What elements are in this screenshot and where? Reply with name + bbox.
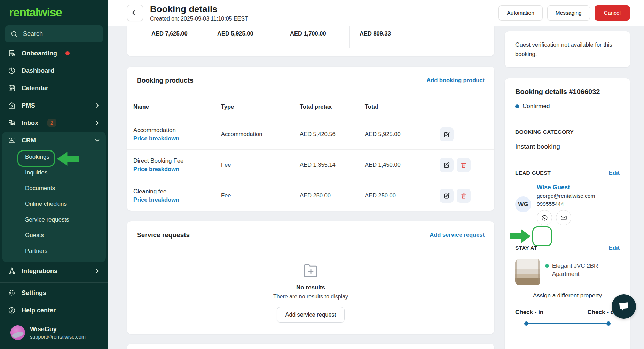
delete-product-button[interactable]: [457, 158, 471, 172]
sidebar: rentalwise Search Onboarding Dashboard: [0, 0, 108, 349]
sidebar-item-calendar[interactable]: Calendar: [0, 79, 108, 97]
status-badge: Confirmed: [523, 103, 550, 110]
column-header-name: Name: [133, 103, 221, 110]
product-name: Accommodation: [133, 127, 221, 134]
booking-products-card: Booking products Add booking product Nam…: [127, 67, 494, 211]
crm-bell-icon: [8, 136, 16, 145]
booking-category-label: BOOKING CATEGORY: [515, 129, 620, 135]
sidebar-item-onboarding[interactable]: Onboarding: [0, 45, 108, 62]
content-area: AED 7,625.00 AED 5,925.00 AED 1,700.00 A…: [108, 26, 644, 349]
service-requests-card: Service requests Add service request No …: [127, 221, 494, 334]
onboarding-icon: [8, 49, 16, 57]
edit-product-button[interactable]: [440, 158, 454, 172]
sidebar-item-inquiries[interactable]: Inquiries: [2, 165, 106, 180]
status-dot: [515, 104, 519, 108]
main-column: AED 7,625.00 AED 5,925.00 AED 1,700.00 A…: [127, 26, 494, 349]
brand-logo[interactable]: rentalwise: [0, 0, 108, 23]
calendar-icon: [8, 84, 16, 92]
add-booking-product-link[interactable]: Add booking product: [426, 77, 485, 84]
sidebar-item-label: CRM: [22, 137, 36, 144]
back-button[interactable]: [127, 5, 143, 21]
stay-at-section: STAY AT Edit Elegant JVC 2BR Apartment A…: [505, 235, 630, 335]
edit-stay-at-link[interactable]: Edit: [609, 245, 620, 251]
delete-product-button[interactable]: [457, 189, 471, 203]
page-header: Booking details Created on: 2025-09-03 1…: [108, 0, 644, 26]
price-breakdown-link[interactable]: Price breakdown: [133, 166, 179, 172]
slider-knob-checkout[interactable]: [606, 321, 611, 326]
chevron-right-icon: [94, 268, 100, 274]
products-table-header: Name Type Total pretax Total: [127, 94, 494, 119]
arrow-left-icon: [131, 9, 139, 17]
product-total: AED 5,925.00: [365, 131, 440, 138]
search-input[interactable]: Search: [5, 25, 103, 42]
guest-verification-notice: Guest verification not available for thi…: [505, 31, 630, 67]
next-card-edge: [127, 344, 494, 349]
booking-category-value: Instant booking: [515, 143, 620, 150]
email-button[interactable]: [556, 210, 571, 225]
guest-avatar: WG: [515, 196, 531, 212]
messaging-button[interactable]: Messaging: [547, 5, 590, 21]
column-header-type: Type: [221, 103, 300, 110]
sidebar-item-label: Calendar: [22, 85, 48, 92]
sidebar-divider: [0, 282, 108, 283]
user-profile[interactable]: WiseGuy support@rentalwise.com: [0, 319, 108, 349]
product-total: AED 1,450.00: [365, 162, 440, 168]
product-type: Accommodation: [221, 131, 300, 138]
sidebar-item-label: Inbox: [22, 119, 38, 127]
edit-icon: [443, 131, 450, 138]
edit-product-button[interactable]: [440, 189, 454, 203]
add-service-request-link[interactable]: Add service request: [430, 232, 485, 238]
sidebar-item-help-center[interactable]: Help center: [0, 302, 108, 319]
add-service-request-button[interactable]: Add service request: [277, 307, 345, 323]
edit-lead-guest-link[interactable]: Edit: [609, 170, 620, 176]
product-name: Direct Booking Fee: [133, 157, 221, 164]
created-on-subtitle: Created on: 2025-09-03 11:10:05 EEST: [150, 16, 248, 22]
booking-products-title: Booking products: [137, 77, 194, 84]
product-pretax: AED 250.00: [300, 192, 365, 199]
sidebar-item-inbox[interactable]: Inbox 2: [0, 114, 108, 132]
sidebar-item-partners[interactable]: Partners: [2, 243, 106, 259]
accommodation-amount: AED 5,925.00: [207, 26, 280, 56]
slider-knob-checkin[interactable]: [524, 321, 528, 326]
property-thumbnail[interactable]: [515, 259, 540, 285]
whatsapp-button[interactable]: [537, 210, 552, 225]
totals-summary-card: AED 7,625.00 AED 5,925.00 AED 1,700.00 A…: [127, 26, 494, 56]
assign-property-link[interactable]: Assign a different property: [515, 292, 620, 299]
stay-duration-slider[interactable]: [524, 321, 611, 326]
chevron-right-icon: [94, 120, 100, 126]
table-row: Direct Booking Fee Price breakdown Fee A…: [127, 149, 494, 180]
edit-product-button[interactable]: [440, 127, 454, 141]
lead-guest-label: LEAD GUEST: [515, 170, 551, 176]
sidebar-item-bookings[interactable]: Bookings: [2, 149, 106, 165]
property-status-dot: [545, 264, 549, 268]
sidebar-item-settings[interactable]: Settings: [0, 284, 108, 302]
page-title: Booking details: [150, 4, 248, 15]
table-row: Cleaning fee Price breakdown Fee AED 250…: [127, 180, 494, 211]
sidebar-item-online-checkins[interactable]: Online checkins: [2, 196, 106, 212]
column-header-total: Total: [365, 103, 440, 110]
automation-button[interactable]: Automation: [498, 5, 542, 21]
product-type: Fee: [221, 192, 300, 199]
empty-state-title: No results: [296, 284, 325, 291]
cancel-button[interactable]: Cancel: [595, 5, 630, 21]
price-breakdown-link[interactable]: Price breakdown: [133, 196, 179, 203]
sidebar-item-dashboard[interactable]: Dashboard: [0, 62, 108, 79]
sidebar-item-label: Help center: [22, 307, 56, 314]
price-breakdown-link[interactable]: Price breakdown: [133, 135, 179, 141]
product-name: Cleaning fee: [133, 188, 221, 195]
sidebar-item-label: Dashboard: [22, 67, 54, 75]
user-name: WiseGuy: [30, 326, 86, 333]
product-type: Fee: [221, 162, 300, 168]
sidebar-item-service-requests[interactable]: Service requests: [2, 212, 106, 227]
stay-at-label: STAY AT: [515, 245, 537, 251]
sidebar-item-crm[interactable]: CRM: [2, 132, 106, 149]
empty-state-subtitle: There are no results to display: [273, 294, 348, 300]
inbox-count-badge: 2: [47, 119, 56, 127]
guest-name-link[interactable]: Wise Guest: [537, 184, 570, 191]
chat-widget-button[interactable]: [612, 294, 636, 319]
sidebar-item-documents[interactable]: Documents: [2, 180, 106, 196]
booking-details-card: Booking details #1066032 Confirmed BOOKI…: [505, 78, 630, 349]
sidebar-item-integrations[interactable]: Integrations: [0, 262, 108, 280]
sidebar-item-guests[interactable]: Guests: [2, 227, 106, 243]
sidebar-item-pms[interactable]: PMS: [0, 97, 108, 114]
